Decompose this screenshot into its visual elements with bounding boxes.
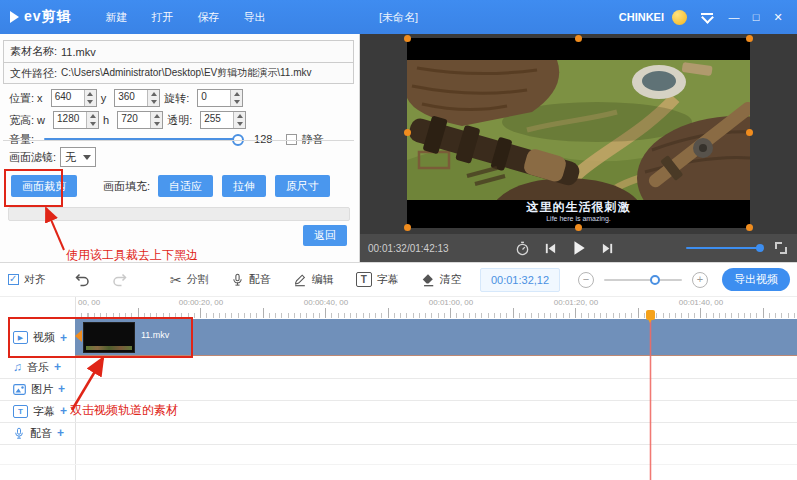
zoom-out-icon[interactable]: − bbox=[578, 272, 594, 288]
stepper-arrows[interactable] bbox=[84, 90, 96, 106]
eraser-icon bbox=[421, 273, 435, 287]
clip-trim-handle[interactable] bbox=[75, 330, 82, 342]
minimize-icon[interactable]: — bbox=[723, 11, 745, 23]
pos-x-stepper[interactable]: 640 bbox=[51, 89, 97, 107]
crop-button[interactable]: 画面裁剪 bbox=[11, 175, 77, 197]
back-button[interactable]: 返回 bbox=[303, 225, 347, 246]
height-value: 720 bbox=[118, 112, 150, 128]
crop-handle-top-center[interactable] bbox=[575, 35, 582, 42]
menu-save[interactable]: 保存 bbox=[198, 10, 220, 25]
position-label: 位置: x bbox=[9, 91, 43, 106]
video-clip[interactable] bbox=[83, 322, 135, 353]
stepper-arrows[interactable] bbox=[150, 112, 162, 128]
undo-icon[interactable] bbox=[74, 272, 90, 288]
prev-frame-icon[interactable] bbox=[544, 242, 557, 255]
menu-open[interactable]: 打开 bbox=[152, 10, 174, 25]
ruler-label: 00:01:00, 00 bbox=[429, 298, 473, 307]
height-stepper[interactable]: 720 bbox=[117, 111, 163, 129]
app-name: ev剪辑 bbox=[24, 8, 72, 26]
subtitle-track-icon: T bbox=[13, 405, 28, 418]
menu-new[interactable]: 新建 bbox=[106, 10, 128, 25]
app-logo: ev剪辑 bbox=[10, 8, 72, 26]
username[interactable]: CHINKEI bbox=[619, 11, 664, 23]
subtitle-tool-label: 字幕 bbox=[377, 272, 399, 287]
crop-handle-mid-right[interactable] bbox=[746, 129, 753, 136]
edit-tool[interactable]: 编辑 bbox=[293, 272, 334, 287]
volume-label: 音量: bbox=[9, 132, 34, 147]
timeline-toolbar: 对齐 ✂ 分割 配音 编辑 T 字幕 清空 00:01:32,12 bbox=[0, 263, 797, 297]
split-tool[interactable]: ✂ 分割 bbox=[170, 272, 209, 288]
zoom-in-icon[interactable]: + bbox=[692, 272, 708, 288]
dub-label: 配音 bbox=[249, 272, 271, 287]
subtitle-tool[interactable]: T 字幕 bbox=[356, 272, 399, 287]
pos-y-stepper[interactable]: 360 bbox=[114, 89, 160, 107]
fill-original-button[interactable]: 原尺寸 bbox=[275, 175, 330, 197]
track-label-video: 视频 bbox=[33, 330, 55, 345]
material-name-value: 11.mkv bbox=[61, 46, 96, 58]
playhead-time-display[interactable]: 00:01:32,12 bbox=[480, 268, 560, 292]
maximize-icon[interactable]: □ bbox=[745, 11, 767, 23]
clip-thumbnail bbox=[86, 346, 132, 350]
stepper-arrows[interactable] bbox=[233, 112, 245, 128]
playback-speed-icon[interactable] bbox=[515, 241, 530, 256]
video-track-lane[interactable]: 11.mkv bbox=[75, 319, 797, 356]
crop-handle-bottom-right[interactable] bbox=[746, 224, 753, 231]
playhead-line bbox=[650, 319, 651, 480]
add-music-button[interactable]: + bbox=[54, 360, 61, 374]
crop-handle-mid-left[interactable] bbox=[404, 129, 411, 136]
timeline-panel: 对齐 ✂ 分割 配音 编辑 T 字幕 清空 00:01:32,12 bbox=[0, 262, 797, 480]
add-picture-button[interactable]: + bbox=[58, 382, 65, 396]
play-logo-icon bbox=[10, 11, 19, 23]
rotate-stepper[interactable]: 0 bbox=[197, 89, 243, 107]
dub-tool[interactable]: 配音 bbox=[231, 272, 271, 287]
mute-checkbox[interactable] bbox=[286, 134, 297, 145]
crop-handle-bottom-center[interactable] bbox=[575, 224, 582, 231]
add-subtitle-button[interactable]: + bbox=[60, 404, 67, 418]
avatar[interactable] bbox=[672, 10, 687, 25]
export-video-button[interactable]: 导出视频 bbox=[722, 268, 790, 291]
close-icon[interactable]: ✕ bbox=[767, 11, 789, 24]
crop-handle-top-left[interactable] bbox=[404, 35, 411, 42]
track-picture[interactable]: 图片 + bbox=[0, 378, 797, 401]
stepper-arrows[interactable] bbox=[147, 90, 159, 106]
add-video-button[interactable]: + bbox=[60, 331, 67, 345]
opacity-stepper[interactable]: 255 bbox=[200, 111, 246, 129]
clear-label: 清空 bbox=[440, 272, 462, 287]
material-name-row: 素材名称: 11.mkv bbox=[3, 40, 354, 62]
fullscreen-icon[interactable] bbox=[775, 242, 787, 254]
preview-volume-knob[interactable] bbox=[756, 244, 764, 252]
clear-tool[interactable]: 清空 bbox=[421, 272, 462, 287]
video-frame[interactable]: 这里的生活很刺激 Life here is amazing. bbox=[407, 38, 750, 228]
video-content bbox=[407, 60, 750, 200]
crop-handle-top-right[interactable] bbox=[746, 35, 753, 42]
fill-adaptive-button[interactable]: 自适应 bbox=[158, 175, 213, 197]
playhead-marker[interactable] bbox=[646, 310, 655, 320]
dub-track-icon bbox=[13, 427, 25, 440]
mic-icon bbox=[231, 273, 244, 287]
pos-x-value: 640 bbox=[52, 90, 84, 106]
align-checkbox[interactable] bbox=[8, 274, 19, 285]
track-music[interactable]: ♫ 音乐 + bbox=[0, 356, 797, 379]
stepper-arrows[interactable] bbox=[230, 90, 242, 106]
timeline-ruler[interactable]: 00, 00 00:00:20, 00 00:00:40, 00 00:01:0… bbox=[75, 297, 797, 319]
play-icon[interactable] bbox=[571, 240, 587, 256]
timeline-zoom-knob[interactable] bbox=[650, 275, 660, 285]
crop-handle-bottom-left[interactable] bbox=[404, 224, 411, 231]
fill-stretch-button[interactable]: 拉伸 bbox=[222, 175, 266, 197]
add-dub-button[interactable]: + bbox=[57, 426, 64, 440]
width-stepper[interactable]: 1280 bbox=[53, 111, 99, 129]
next-frame-icon[interactable] bbox=[601, 242, 614, 255]
skin-menu-icon[interactable] bbox=[701, 13, 713, 22]
ruler-label: 00:00:20, 00 bbox=[179, 298, 223, 307]
redo-icon[interactable] bbox=[112, 272, 128, 288]
stepper-arrows[interactable] bbox=[86, 112, 98, 128]
rotate-label: 旋转: bbox=[164, 91, 189, 106]
track-label-subtitle: 字幕 bbox=[33, 404, 55, 419]
opacity-value: 255 bbox=[201, 112, 233, 128]
titlebar: ev剪辑 新建 打开 保存 导出 [未命名] CHINKEI — □ ✕ bbox=[0, 0, 797, 34]
filter-dropdown[interactable]: 无 bbox=[60, 147, 96, 167]
menu-export[interactable]: 导出 bbox=[244, 10, 266, 25]
timeline-zoom-slider[interactable] bbox=[604, 279, 682, 281]
track-dub[interactable]: 配音 + bbox=[0, 422, 797, 445]
preview-volume-slider[interactable] bbox=[686, 247, 762, 249]
